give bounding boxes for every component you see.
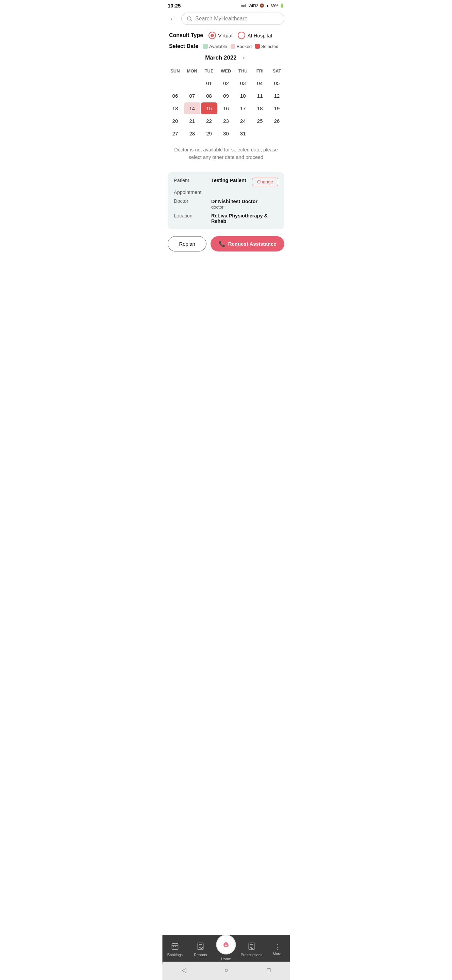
doctor-key: Doctor (174, 198, 211, 204)
cal-day-05[interactable]: 05 (269, 77, 285, 89)
cal-day-19[interactable]: 19 (269, 102, 285, 115)
cal-day-07[interactable]: 07 (184, 90, 200, 102)
battery-icon: 🔋 (279, 3, 284, 8)
calendar-month: March 2022 (205, 54, 237, 61)
patient-card: Patient Testing Patient Change Appointme… (168, 172, 284, 229)
cal-day-09[interactable]: 09 (218, 90, 234, 102)
cal-day-21[interactable]: 21 (184, 115, 200, 127)
svg-line-1 (191, 20, 192, 21)
cal-header-sat: SAT (269, 65, 285, 76)
appointment-row: Appointment (174, 189, 278, 195)
battery-text: 69% (271, 4, 278, 8)
cal-day-20[interactable]: 20 (167, 115, 183, 127)
cal-day-29[interactable]: 29 (201, 127, 217, 140)
cal-day-13[interactable]: 13 (167, 102, 183, 115)
replan-button[interactable]: Replan (168, 236, 206, 251)
cal-day-27[interactable]: 27 (167, 127, 183, 140)
search-input-wrap[interactable]: Search MyHealthcare (181, 13, 284, 25)
consult-type-section: Consult Type Virtual At Hospital (162, 27, 290, 40)
signal-icon: ▲ (266, 4, 270, 8)
phone-icon: 📞 (219, 240, 225, 247)
request-assistance-label: Request Assistance (228, 241, 276, 247)
back-button[interactable]: ← (168, 13, 178, 24)
mute-icon: 🔕 (260, 3, 264, 8)
at-hospital-radio[interactable]: At Hospital (238, 32, 272, 39)
cal-day-25[interactable]: 25 (252, 115, 268, 127)
cal-header-sun: SUN (167, 65, 183, 76)
request-assistance-button[interactable]: 📞 Request Assistance (211, 236, 284, 251)
cal-day-10[interactable]: 10 (235, 90, 251, 102)
cal-day-06[interactable]: 06 (167, 90, 183, 102)
consult-type-label: Consult Type (169, 32, 203, 38)
virtual-radio[interactable]: Virtual (208, 32, 232, 39)
location-row: Location ReLiva Physiotherapy & Rehab (174, 213, 278, 224)
legend-booked: Booked (231, 44, 252, 49)
search-icon (186, 16, 192, 22)
cal-header-wed: WED (218, 65, 234, 76)
cal-day-11[interactable]: 11 (252, 90, 268, 102)
cal-day-31[interactable]: 31 (235, 127, 251, 140)
cal-day-04[interactable]: 04 (252, 77, 268, 89)
cal-day-26[interactable]: 26 (269, 115, 285, 127)
search-placeholder: Search MyHealthcare (195, 16, 247, 22)
cal-day-08[interactable]: 08 (201, 90, 217, 102)
vol-icon: VoL (241, 4, 247, 8)
change-button[interactable]: Change (252, 178, 278, 186)
svg-point-0 (187, 17, 191, 21)
wifi-icon: WiFi2 (249, 4, 258, 8)
cal-day-02[interactable]: 02 (218, 77, 234, 89)
cal-day-12[interactable]: 12 (269, 90, 285, 102)
status-icons: VoL WiFi2 🔕 ▲ 69% 🔋 (241, 3, 284, 8)
location-value: ReLiva Physiotherapy & Rehab (211, 213, 278, 224)
cal-day-empty3 (252, 127, 268, 140)
select-date-label: Select Date (169, 43, 198, 49)
patient-row: Patient Testing Patient Change (174, 178, 278, 186)
doctor-row: Doctor Dr Nishi test Doctor doctor (174, 198, 278, 210)
cal-header-mon: MON (184, 65, 200, 76)
cal-day-03[interactable]: 03 (235, 77, 251, 89)
available-dot (203, 44, 208, 49)
date-legend: Available Booked Selected (203, 44, 278, 49)
virtual-label: Virtual (218, 33, 232, 38)
cal-header-fri: FRI (252, 65, 268, 76)
booked-dot (231, 44, 235, 49)
cal-day-16[interactable]: 16 (218, 102, 234, 115)
doctor-name: Dr Nishi test Doctor (211, 199, 257, 204)
cal-day-empty1 (167, 77, 183, 89)
virtual-radio-circle (208, 32, 216, 39)
legend-available: Available (203, 44, 227, 49)
select-date-header: Select Date Available Booked Selected (162, 40, 290, 51)
status-time: 10:25 (168, 3, 181, 8)
doctor-info: Dr Nishi test Doctor doctor (211, 198, 257, 210)
cal-day-18[interactable]: 18 (252, 102, 268, 115)
location-key: Location (174, 213, 211, 218)
action-row: Replan 📞 Request Assistance (162, 234, 290, 257)
notice-message: Doctor is not available for selected dat… (162, 142, 290, 164)
cal-day-empty4 (269, 127, 285, 140)
calendar-grid: SUN MON TUE WED THU FRI SAT 01 02 03 04 … (167, 65, 285, 140)
cal-day-30[interactable]: 30 (218, 127, 234, 140)
selected-label: Selected (261, 44, 279, 49)
patient-value: Testing Patient (211, 178, 246, 183)
selected-dot (255, 44, 260, 49)
calendar-nav: March 2022 › (167, 53, 285, 62)
calendar-next-arrow[interactable]: › (241, 53, 247, 62)
cal-day-01[interactable]: 01 (201, 77, 217, 89)
calendar: March 2022 › SUN MON TUE WED THU FRI SAT… (162, 51, 290, 142)
cal-day-17[interactable]: 17 (235, 102, 251, 115)
cal-day-28[interactable]: 28 (184, 127, 200, 140)
at-hospital-radio-circle (238, 32, 245, 39)
cal-header-thu: THU (235, 65, 251, 76)
cal-day-14[interactable]: 14 (184, 102, 200, 115)
doctor-sub: doctor (211, 205, 257, 210)
available-label: Available (209, 44, 227, 49)
patient-key: Patient (174, 178, 211, 183)
cal-day-15[interactable]: 15 (201, 102, 217, 115)
at-hospital-label: At Hospital (247, 33, 272, 38)
cal-day-empty2 (184, 77, 200, 89)
search-bar: ← Search MyHealthcare (162, 10, 290, 27)
cal-day-24[interactable]: 24 (235, 115, 251, 127)
cal-day-22[interactable]: 22 (201, 115, 217, 127)
booked-label: Booked (237, 44, 252, 49)
cal-day-23[interactable]: 23 (218, 115, 234, 127)
